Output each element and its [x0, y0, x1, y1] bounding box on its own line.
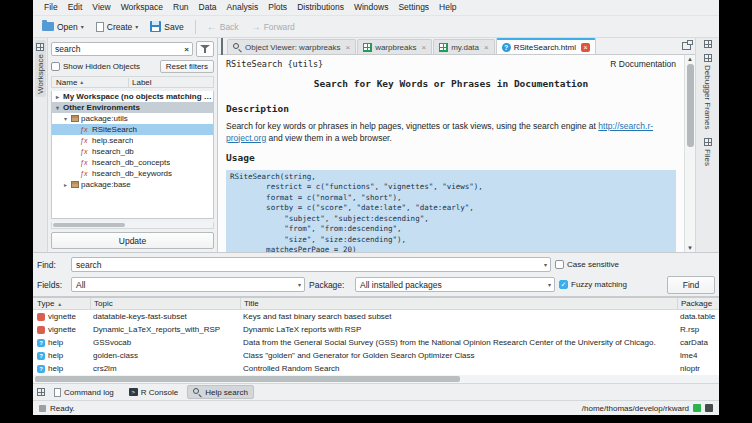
- title-cell: Keys and fast binary search based subset: [240, 312, 677, 321]
- menu-run[interactable]: Run: [168, 0, 194, 15]
- topic-column-header[interactable]: Topic: [90, 298, 240, 309]
- tree-item-hsearch-db[interactable]: ƒx hsearch_db: [52, 146, 213, 157]
- workspace-dock-label: Workspace: [36, 54, 45, 94]
- menu-workspace[interactable]: Workspace: [116, 0, 168, 15]
- tab-label: my.data: [451, 43, 479, 52]
- table-row[interactable]: vignette datatable-keys-fast-subset Keys…: [33, 310, 719, 323]
- clear-search-icon[interactable]: ×: [184, 45, 189, 54]
- close-tab-icon[interactable]: ×: [581, 43, 590, 52]
- table-row[interactable]: help GSSvocab Data from the General Soci…: [33, 336, 719, 349]
- results-horizontal-scrollbar[interactable]: [33, 375, 719, 384]
- tree-item-hsearch-db-concepts[interactable]: ƒx hsearch_db_concepts: [52, 157, 213, 168]
- back-button[interactable]: ← Back: [202, 20, 244, 34]
- tree-horizontal-scrollbar[interactable]: [51, 222, 214, 229]
- expander-icon[interactable]: ▾: [54, 104, 61, 111]
- tab-warpbreaks[interactable]: warpbreaks ×: [357, 39, 432, 54]
- tree-item-rsitesearch[interactable]: ƒx RSiteSearch: [52, 124, 213, 135]
- update-button[interactable]: Update: [51, 232, 214, 249]
- package-label: Package:: [309, 280, 351, 290]
- tree-item-package-base[interactable]: ▸ package:base: [52, 179, 213, 190]
- menu-view[interactable]: View: [87, 0, 115, 15]
- spreadsheet-icon: [363, 43, 372, 52]
- scrollbar-thumb[interactable]: [35, 376, 460, 382]
- help-vertical-scrollbar[interactable]: ▲ ▼: [684, 55, 695, 252]
- fields-label: Fields:: [37, 280, 67, 290]
- tab-object-viewer-warpbreaks[interactable]: Object Viewer: warpbreaks ×: [227, 39, 356, 54]
- table-row[interactable]: help crs2lm Controlled Random Search nlo…: [33, 362, 719, 375]
- filter-options-button[interactable]: [196, 41, 214, 57]
- workspace-dock-tab[interactable]: Workspace: [35, 40, 46, 97]
- workspace-icon: [36, 43, 44, 51]
- tree-item-hsearch-db-keywords[interactable]: ƒx hsearch_db_keywords: [52, 168, 213, 179]
- title-cell: Dynamic LaTeX reports with RSP: [240, 325, 677, 334]
- tab-rsitesearch-html[interactable]: RSiteSearch.html ×: [496, 38, 596, 54]
- tree-item-package-utils[interactable]: ▾ package:utils: [52, 113, 213, 124]
- fuzzy-matching-checkbox[interactable]: ✓: [559, 280, 568, 289]
- menu-edit[interactable]: Edit: [63, 0, 88, 15]
- menu-file[interactable]: File: [39, 0, 63, 15]
- central-area: Workspace search × Show Hidden Objects R…: [33, 38, 719, 253]
- left-dock-strip: Workspace: [33, 38, 48, 252]
- tree-item-other-environments[interactable]: ▾ Other Environments: [52, 102, 213, 113]
- tree-item-label: RSiteSearch: [92, 125, 137, 134]
- menu-analysis[interactable]: Analysis: [222, 0, 264, 15]
- find-combobox[interactable]: search ▾: [71, 257, 551, 272]
- r-engine-status-icon[interactable]: [693, 404, 701, 412]
- table-row[interactable]: vignette Dynamic_LaTeX_reports_with_RSP …: [33, 323, 719, 336]
- package-column-header[interactable]: Package: [677, 298, 719, 309]
- fields-combobox[interactable]: All ▾: [71, 277, 305, 292]
- expander-icon[interactable]: ▾: [62, 115, 69, 122]
- dock-option-icon[interactable]: [704, 40, 712, 48]
- show-hidden-checkbox[interactable]: [51, 62, 60, 71]
- package-combobox[interactable]: All installed packages ▾: [355, 277, 555, 292]
- cwd-status-icon[interactable]: [705, 404, 713, 412]
- find-button[interactable]: Find: [667, 276, 715, 294]
- help-search-tab[interactable]: Help search: [187, 385, 254, 399]
- scroll-down-icon[interactable]: ▼: [687, 245, 693, 251]
- tree-column-headers: Name ▲ Label: [51, 76, 214, 88]
- command-log-tab[interactable]: Command log: [48, 385, 120, 399]
- open-button[interactable]: Open ▾: [37, 20, 89, 34]
- close-tab-icon[interactable]: ×: [484, 43, 489, 52]
- table-row[interactable]: help golden-class Class "golden" and Gen…: [33, 349, 719, 362]
- tab-list-button[interactable]: [220, 38, 224, 55]
- title-cell: Class "golden" and Generator for Golden …: [240, 351, 677, 360]
- title-column-header[interactable]: Title: [240, 298, 677, 309]
- name-column-header[interactable]: Name ▲: [52, 78, 128, 87]
- files-dock-tab[interactable]: Files: [702, 135, 713, 169]
- case-sensitive-checkbox[interactable]: [555, 260, 564, 269]
- expander-icon[interactable]: ▸: [54, 93, 61, 100]
- debugger-frames-dock-tab[interactable]: Debugger Frames: [702, 51, 713, 132]
- save-button[interactable]: Save: [145, 19, 188, 34]
- menu-data[interactable]: Data: [194, 0, 222, 15]
- r-documentation-label: R Documentation: [610, 59, 676, 70]
- create-button[interactable]: Create ▾: [91, 20, 144, 34]
- menu-plots[interactable]: Plots: [263, 0, 292, 15]
- type-column-header[interactable]: Type ▲: [33, 298, 90, 309]
- tab-my-data[interactable]: my.data ×: [433, 39, 495, 54]
- close-tab-icon[interactable]: ×: [345, 43, 350, 52]
- reset-filters-button[interactable]: Reset filters: [160, 60, 214, 73]
- expander-icon[interactable]: ▸: [62, 181, 69, 188]
- detach-window-icon[interactable]: [682, 42, 691, 50]
- forward-button[interactable]: → Forward: [246, 20, 300, 34]
- code-line: format = c("normal", "short"),: [230, 193, 672, 204]
- toolview-menu-icon[interactable]: [37, 388, 45, 396]
- r-console-tab[interactable]: R Console: [123, 385, 184, 399]
- menu-distributions[interactable]: Distributions: [292, 0, 349, 15]
- tree-item-help-search[interactable]: ƒx help.search: [52, 135, 213, 146]
- back-arrow-icon: ←: [207, 22, 217, 32]
- close-tab-icon[interactable]: ×: [421, 43, 426, 52]
- menu-windows[interactable]: Windows: [349, 0, 393, 15]
- label-column-header[interactable]: Label: [128, 78, 213, 87]
- scroll-up-icon[interactable]: ▲: [687, 56, 693, 62]
- find-label: Find:: [37, 260, 67, 270]
- menu-help[interactable]: Help: [434, 0, 461, 15]
- usage-heading: Usage: [226, 152, 676, 165]
- object-search-input[interactable]: search ×: [51, 42, 193, 56]
- menu-settings[interactable]: Settings: [393, 0, 434, 15]
- scrollbar-thumb[interactable]: [53, 223, 125, 227]
- scrollbar-thumb[interactable]: [687, 64, 694, 147]
- code-line: RSiteSearch(string,: [230, 172, 672, 183]
- tree-item-my-workspace[interactable]: ▸ My Workspace (no objects matching filt…: [52, 91, 213, 102]
